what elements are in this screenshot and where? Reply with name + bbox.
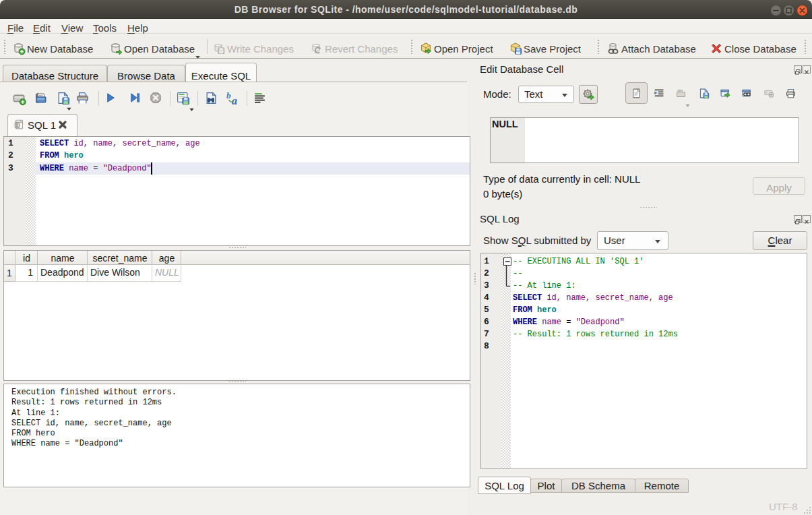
- svg-text:a: a: [232, 94, 237, 105]
- svg-text:b: b: [226, 90, 231, 100]
